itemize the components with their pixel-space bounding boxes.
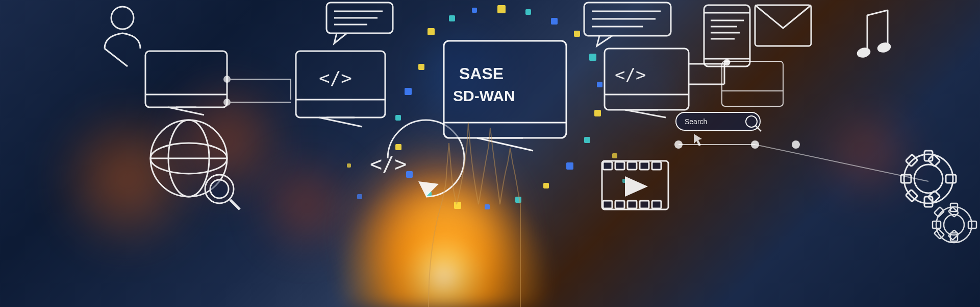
svg-rect-18 bbox=[395, 144, 401, 150]
music-note-icon bbox=[857, 10, 891, 58]
svg-rect-17 bbox=[406, 171, 413, 178]
svg-rect-48 bbox=[145, 51, 227, 107]
svg-rect-112 bbox=[946, 175, 956, 183]
svg-rect-22 bbox=[612, 153, 617, 158]
svg-point-46 bbox=[857, 47, 870, 58]
svg-rect-25 bbox=[347, 163, 351, 168]
svg-line-44 bbox=[867, 10, 888, 15]
svg-rect-4 bbox=[525, 9, 531, 15]
svg-rect-123 bbox=[934, 207, 944, 217]
chat-bubble-2 bbox=[584, 3, 671, 46]
svg-rect-5 bbox=[551, 18, 558, 25]
svg-point-52 bbox=[111, 7, 134, 29]
svg-rect-7 bbox=[589, 54, 596, 61]
svg-rect-20 bbox=[405, 88, 412, 95]
svg-rect-15 bbox=[454, 202, 461, 209]
svg-rect-105 bbox=[652, 201, 661, 208]
svg-point-70 bbox=[210, 180, 229, 198]
svg-rect-97 bbox=[615, 162, 624, 170]
svg-rect-3 bbox=[497, 5, 506, 13]
svg-rect-12 bbox=[543, 183, 549, 188]
svg-line-53 bbox=[105, 49, 128, 66]
svg-rect-34 bbox=[704, 5, 750, 66]
svg-line-51 bbox=[168, 107, 204, 115]
search-box-icon: Search bbox=[676, 112, 761, 131]
svg-line-62 bbox=[319, 117, 362, 127]
svg-rect-100 bbox=[652, 162, 661, 170]
svg-line-76 bbox=[477, 138, 533, 151]
svg-line-131 bbox=[755, 145, 928, 181]
svg-text:SASE: SASE bbox=[459, 64, 504, 83]
tablet-icon bbox=[704, 5, 750, 66]
svg-rect-2 bbox=[472, 8, 477, 13]
svg-text:</>: </> bbox=[370, 152, 407, 176]
svg-line-82 bbox=[625, 110, 666, 117]
svg-rect-9 bbox=[594, 110, 601, 116]
secondary-monitor-icon bbox=[722, 61, 783, 106]
svg-rect-102 bbox=[615, 201, 624, 208]
svg-rect-98 bbox=[627, 162, 637, 170]
svg-text:Search: Search bbox=[685, 117, 707, 126]
svg-rect-21 bbox=[418, 64, 424, 70]
svg-rect-13 bbox=[515, 197, 521, 203]
svg-marker-106 bbox=[625, 176, 648, 197]
chat-bubble-1 bbox=[326, 3, 393, 43]
gear-small-icon bbox=[933, 203, 976, 243]
svg-rect-99 bbox=[640, 162, 649, 170]
svg-rect-87 bbox=[722, 61, 783, 106]
svg-rect-101 bbox=[603, 201, 612, 208]
globe-search-icon bbox=[150, 120, 240, 209]
sase-sdwan-monitor: SASE SD-WAN bbox=[444, 41, 566, 151]
svg-text:</>: </> bbox=[615, 64, 646, 85]
svg-rect-8 bbox=[597, 82, 602, 87]
svg-rect-1 bbox=[449, 15, 455, 21]
monitor-user-icon bbox=[105, 7, 227, 115]
svg-rect-6 bbox=[574, 31, 580, 37]
svg-rect-19 bbox=[395, 115, 401, 121]
svg-rect-96 bbox=[603, 162, 612, 170]
gear-large-icon bbox=[901, 151, 956, 207]
svg-text:</>: </> bbox=[319, 67, 352, 88]
svg-rect-14 bbox=[485, 204, 490, 209]
hand-icon bbox=[429, 123, 520, 307]
svg-rect-24 bbox=[357, 194, 362, 199]
svg-rect-103 bbox=[627, 201, 637, 208]
svg-point-118 bbox=[944, 215, 964, 235]
svg-rect-10 bbox=[584, 137, 590, 143]
svg-line-69 bbox=[230, 200, 240, 209]
hero-banner: </> </> bbox=[0, 0, 980, 307]
svg-rect-11 bbox=[566, 162, 573, 170]
svg-point-47 bbox=[877, 42, 891, 53]
mail-icon bbox=[755, 5, 811, 46]
icons-overlay: </> </> bbox=[0, 0, 980, 307]
svg-point-56 bbox=[224, 76, 230, 82]
svg-point-130 bbox=[792, 140, 800, 149]
svg-rect-0 bbox=[428, 28, 435, 35]
svg-rect-104 bbox=[640, 201, 649, 208]
code-monitor-1-icon: </> bbox=[296, 51, 385, 127]
video-player-icon bbox=[602, 161, 668, 209]
svg-text:SD-WAN: SD-WAN bbox=[453, 87, 515, 104]
